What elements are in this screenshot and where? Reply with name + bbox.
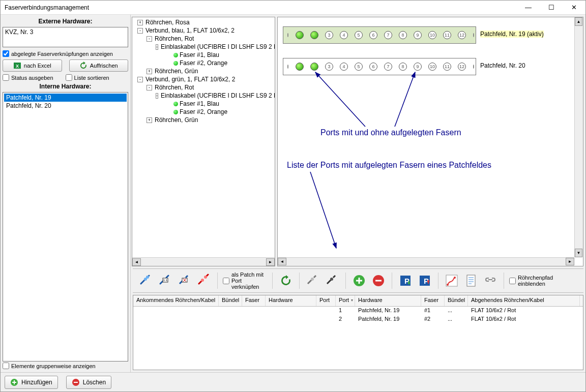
tree-node[interactable]: Faser #1, Blau	[133, 100, 274, 108]
port-2[interactable]	[310, 31, 318, 39]
port-1[interactable]	[296, 31, 304, 39]
port-3[interactable]: 3	[325, 31, 333, 39]
disconnect-icon[interactable]	[196, 273, 212, 289]
port-1[interactable]	[296, 63, 304, 71]
patch-port-checkbox[interactable]: als Patch mit Port verknüpfen	[223, 272, 267, 290]
tree-pane[interactable]: +Röhrchen, Rosa-Verbund, blau, 1, FLAT 1…	[132, 17, 275, 266]
tree-node[interactable]: -Verbund, blau, 1, FLAT 10/6x2, 2	[133, 26, 274, 35]
tree-node[interactable]: +Röhrchen, Grün	[133, 67, 274, 75]
port-2[interactable]	[310, 63, 318, 71]
tree-node[interactable]: -Einblaskabel (UCFIBRE I DI LSHF LS9 2 M…	[133, 92, 274, 100]
add-button[interactable]: Hinzufügen	[5, 376, 58, 389]
tree-h-scrollbar[interactable]: ◄ ►	[132, 257, 275, 266]
tree-node[interactable]: -Verbund, grün, 1, FLAT 10/6x2, 2	[133, 75, 274, 83]
port-7[interactable]: 7	[384, 31, 392, 39]
minimize-button[interactable]: —	[517, 1, 540, 15]
expand-toggle[interactable]: +	[146, 117, 152, 123]
expand-toggle[interactable]: -	[146, 85, 152, 91]
connect-icon[interactable]	[138, 273, 154, 289]
expand-toggle[interactable]: +	[137, 20, 143, 25]
connect-multi-icon[interactable]	[177, 273, 193, 289]
canvas-pane[interactable]: 3456789101112 Patchfeld, Nr. 19 (aktiv) …	[277, 17, 583, 266]
group-elements-checkbox[interactable]: Elemente gruppenweise anzeigen	[3, 361, 128, 370]
canvas-h-scrollbar[interactable]: ◄►	[278, 257, 574, 266]
port-10[interactable]: 10	[428, 31, 436, 39]
expand-toggle[interactable]: -	[137, 28, 143, 34]
port-4[interactable]: 4	[340, 63, 348, 71]
port-8[interactable]: 8	[399, 63, 407, 71]
patchfield-19[interactable]: 3456789101112	[283, 26, 476, 44]
park-down-icon[interactable]: P	[397, 273, 414, 289]
tree-node[interactable]: Faser #2, Orange	[133, 108, 274, 116]
port-11[interactable]: 11	[443, 63, 451, 71]
column-header[interactable]: Ankommendes Röhrchen/Kabel	[133, 295, 219, 306]
port-8[interactable]: 8	[399, 31, 407, 39]
delete-button[interactable]: Löschen	[66, 376, 111, 389]
expand-toggle[interactable]: +	[146, 69, 152, 74]
list-item[interactable]: Patchfeld, Nr. 19	[4, 94, 127, 102]
patchfield-20[interactable]: 3456789101112	[283, 58, 476, 75]
close-button[interactable]: ✕	[563, 1, 585, 15]
tree-node[interactable]: +Röhrchen, Rosa	[133, 18, 274, 26]
route-icon[interactable]	[444, 273, 460, 289]
list-item[interactable]: Patchfeld, Nr. 20	[4, 102, 127, 110]
scroll-right-button[interactable]: ►	[266, 258, 275, 266]
table-row[interactable]: 1Patchfeld, Nr. 19#1...FLAT 10/6x2 / Rot	[133, 307, 583, 315]
tree-node[interactable]: -Röhrchen, Rot	[133, 35, 274, 43]
tree-node[interactable]: -Röhrchen, Rot	[133, 83, 274, 92]
port-6[interactable]: 6	[369, 31, 377, 39]
link-icon[interactable]	[482, 273, 499, 289]
plug-dark-icon[interactable]	[324, 273, 340, 289]
port-10[interactable]: 10	[428, 63, 436, 71]
plug-gray-icon[interactable]	[305, 273, 321, 289]
remove-icon[interactable]	[370, 273, 387, 289]
refresh-button[interactable]: Auffrischen	[69, 59, 129, 72]
park-up-icon[interactable]: P	[417, 273, 433, 289]
tree-node[interactable]: Faser #1, Blau	[133, 51, 274, 59]
external-hw-input[interactable]: KVZ, Nr. 3	[3, 27, 128, 47]
port-9[interactable]: 9	[414, 63, 422, 71]
add-icon[interactable]	[351, 273, 367, 289]
show-path-checkbox[interactable]: Röhrchenpfad einblenden	[509, 275, 559, 287]
column-header[interactable]: Hardware	[355, 295, 421, 306]
expand-toggle[interactable]: -	[146, 36, 152, 42]
maximize-button[interactable]: ☐	[540, 1, 563, 15]
column-header[interactable]: Faser	[421, 295, 445, 306]
connection-grid[interactable]: Ankommendes Röhrchen/KabelBündelFaserHar…	[133, 295, 583, 370]
column-header[interactable]: Abgehendes Röhrchen/Kabel	[468, 295, 580, 306]
tree[interactable]: +Röhrchen, Rosa-Verbund, blau, 1, FLAT 1…	[132, 17, 275, 125]
column-header[interactable]: Faser	[242, 295, 266, 306]
expand-toggle[interactable]: -	[156, 44, 158, 50]
column-header[interactable]: Bündel	[445, 295, 468, 306]
tree-node[interactable]: +Röhrchen, Grün	[133, 116, 274, 124]
tree-node[interactable]: -Einblaskabel (UCFIBRE I DI LSHF LS9 2 M…	[133, 43, 274, 51]
export-excel-button[interactable]: X nach Excel	[3, 59, 62, 72]
port-4[interactable]: 4	[340, 31, 348, 39]
port-12[interactable]: 12	[458, 63, 466, 71]
reload-icon[interactable]	[278, 273, 294, 289]
table-row[interactable]: 2Patchfeld, Nr. 19#2...FLAT 10/6x2 / Rot	[133, 315, 583, 324]
connect-11-icon[interactable]: 1:1	[157, 273, 173, 289]
column-header[interactable]: Port	[316, 295, 336, 306]
show-placed-checkbox[interactable]: abgelegte Faserverknüpfungen anzeigen	[3, 49, 128, 58]
column-header[interactable]: Bündel	[219, 295, 242, 306]
scroll-left-button[interactable]: ◄	[132, 258, 141, 266]
port-6[interactable]: 6	[369, 63, 377, 71]
report-icon[interactable]	[463, 273, 479, 289]
port-12[interactable]: 12	[458, 31, 466, 39]
tree-node[interactable]: Faser #2, Orange	[133, 59, 274, 67]
column-header[interactable]: Hardware	[266, 295, 316, 306]
port-5[interactable]: 5	[355, 31, 363, 39]
port-3[interactable]: 3	[325, 63, 333, 71]
sort-list-checkbox[interactable]: Liste sortieren	[66, 74, 109, 81]
expand-toggle[interactable]: -	[156, 93, 158, 99]
expand-toggle[interactable]: -	[137, 77, 143, 82]
internal-hw-list[interactable]: Patchfeld, Nr. 19Patchfeld, Nr. 20	[3, 92, 128, 361]
port-11[interactable]: 11	[443, 31, 451, 39]
port-9[interactable]: 9	[414, 31, 422, 39]
port-5[interactable]: 5	[355, 63, 363, 71]
canvas-v-scrollbar[interactable]: ▲▼	[574, 17, 583, 257]
column-header[interactable]: Port	[336, 295, 355, 306]
port-7[interactable]: 7	[384, 63, 392, 71]
status-checkbox[interactable]: Status ausgeben	[3, 74, 53, 81]
